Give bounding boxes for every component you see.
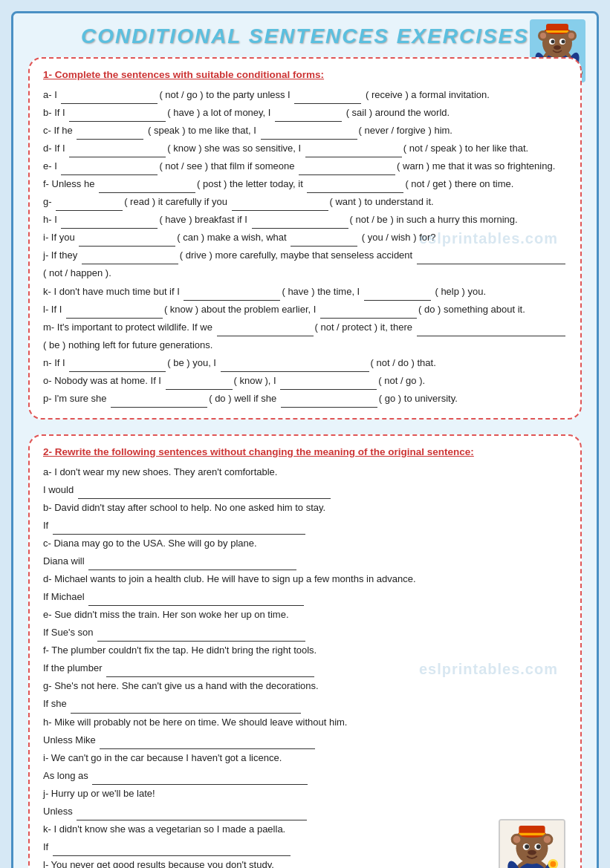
section2-title-text: Rewrite the following sentences without … [52, 446, 474, 457]
exercise-line-i: i- If you ( can ) make a wish, what ( yo… [43, 229, 567, 247]
section1-num: 1- [43, 69, 52, 80]
blank-k2[interactable] [364, 290, 431, 301]
s2-blank-k[interactable] [53, 846, 291, 856]
blank-i2[interactable] [291, 236, 357, 247]
section1-title-text: Complete the sentences with suitable con… [52, 69, 324, 80]
blank-p2[interactable] [281, 397, 377, 408]
s2-original-l: l- You never get good results because yo… [43, 856, 567, 868]
blank-c1[interactable] [77, 129, 143, 140]
exercise-line-g: g- ( read ) it carefully if you ( want )… [43, 193, 567, 211]
s2-rewrite-g: If she [43, 695, 567, 713]
s2-rewrite-b: If [43, 517, 567, 535]
blank-p1[interactable] [111, 397, 207, 408]
s2-rewrite-a: I would [43, 481, 567, 499]
section1-title: 1- Complete the sentences with suitable … [43, 69, 567, 80]
s2-blank-c[interactable] [88, 560, 296, 570]
svg-point-30 [544, 836, 551, 843]
s2-rewrite-e: If Sue's son [43, 624, 567, 642]
exercise-line-l: l- If I ( know ) about the problem earli… [43, 301, 567, 319]
blank-l2[interactable] [320, 308, 417, 319]
exercise-line-j: j- If they ( drive ) more carefully, may… [43, 247, 567, 282]
blank-i1[interactable] [79, 236, 175, 247]
svg-point-13 [551, 40, 555, 44]
blank-o1[interactable] [166, 379, 233, 390]
svg-point-34 [536, 844, 541, 849]
exercise-line-f: f- Unless he ( post ) the letter today, … [43, 175, 567, 193]
blank-g2[interactable] [232, 200, 328, 211]
blank-n2[interactable] [221, 362, 369, 372]
blank-b1[interactable] [69, 111, 166, 122]
exercise-line-b: b- If I ( have ) a lot of money, I ( sai… [43, 104, 567, 122]
main-title: CONDITIONAL SENTENCES EXERCISES [81, 25, 529, 48]
s2-original-d: d- Michael wants to join a health club. … [43, 570, 567, 588]
blank-a2[interactable] [294, 94, 361, 104]
section1-lines: a- I ( not / go ) to the party unless I … [43, 86, 567, 408]
svg-point-39 [550, 861, 556, 867]
blank-a1[interactable] [61, 94, 158, 104]
page: CONDITIONAL SENTENCES EXERCISES 1- Compl… [11, 11, 599, 868]
svg-point-10 [568, 33, 574, 39]
svg-point-14 [562, 40, 565, 44]
s2-rewrite-f: If the plumber [43, 659, 567, 677]
exercise-line-h: h- I ( have ) breakfast if I ( not / be … [43, 211, 567, 229]
s2-original-f: f- The plumber couldn't fix the tap. He … [43, 642, 567, 659]
s2-original-h: h- Mike will probably not be here on tim… [43, 714, 567, 731]
section2-title: 2- Rewrite the following sentences witho… [43, 446, 567, 457]
exercise-line-c: c- If he ( speak ) to me like that, I ( … [43, 122, 567, 140]
s2-rewrite-k: If [43, 838, 567, 856]
blank-h1[interactable] [61, 218, 158, 229]
s2-original-k: k- I didn't know she was a vegetarian so… [43, 820, 567, 838]
s2-blank-e[interactable] [97, 631, 305, 642]
section2-num: 2- [43, 446, 52, 457]
exercise-line-o: o- Nobody was at home. If I ( know ), I … [43, 372, 567, 390]
s2-blank-j[interactable] [77, 810, 307, 820]
blank-f1[interactable] [99, 183, 195, 193]
section2-items: a- I don't wear my new shoes. They aren'… [43, 463, 567, 868]
blank-n1[interactable] [69, 362, 166, 372]
svg-rect-26 [519, 833, 545, 835]
section2: 2- Rewrite the following sentences witho… [28, 434, 582, 868]
s2-blank-g[interactable] [71, 703, 301, 714]
blank-j2[interactable] [417, 254, 565, 264]
s2-blank-b[interactable] [53, 524, 305, 535]
blank-e1[interactable] [61, 165, 158, 175]
s2-original-e: e- Sue didn't miss the train. Her son wo… [43, 606, 567, 624]
bear-bottom-image: Paddington [499, 819, 565, 868]
exercise-line-n: n- If I ( be ) you, I ( not / do ) that. [43, 354, 567, 372]
svg-point-15 [554, 45, 561, 50]
blank-f2[interactable] [307, 183, 403, 193]
blank-d2[interactable] [305, 147, 402, 157]
svg-point-9 [540, 33, 546, 39]
exercise-line-d: d- If I ( know ) she was so sensitive, I… [43, 140, 567, 157]
s2-blank-f[interactable] [106, 667, 314, 677]
blank-l1[interactable] [66, 308, 163, 319]
s2-original-c: c- Diana may go to the USA. She will go … [43, 535, 567, 552]
s2-original-j: j- Hurry up or we'll be late! [43, 785, 567, 803]
blank-c2[interactable] [261, 129, 357, 140]
s2-original-g: g- She's not here. She can't give us a h… [43, 677, 567, 695]
s2-rewrite-h: Unless Mike [43, 731, 567, 749]
svg-point-29 [513, 836, 521, 843]
blank-e2[interactable] [299, 165, 395, 175]
blank-o2[interactable] [280, 379, 377, 390]
s2-original-a: a- I don't wear my new shoes. They aren'… [43, 463, 567, 481]
blank-m2[interactable] [417, 326, 565, 336]
exercise-line-e: e- I ( not / see ) that film if someone … [43, 157, 567, 175]
s2-rewrite-j: Unless [43, 803, 567, 820]
blank-k1[interactable] [184, 290, 280, 301]
exercise-line-a: a- I ( not / go ) to the party unless I … [43, 86, 567, 104]
blank-j1[interactable] [82, 254, 178, 264]
s2-blank-h[interactable] [100, 739, 315, 749]
s2-blank-a[interactable] [78, 489, 331, 499]
blank-d1[interactable] [69, 147, 166, 157]
s2-original-b: b- David didn't stay after school to hel… [43, 499, 567, 517]
s2-rewrite-c: Diana will [43, 552, 567, 570]
exercise-line-m: m- It's important to protect wildlife. I… [43, 319, 567, 354]
blank-b2[interactable] [275, 111, 342, 122]
s2-blank-i[interactable] [92, 774, 308, 785]
blank-h2[interactable] [252, 218, 348, 229]
blank-m1[interactable] [217, 326, 314, 336]
exercise-line-p: p- I'm sure she ( do ) well if she ( go … [43, 390, 567, 408]
s2-blank-d[interactable] [88, 595, 304, 606]
blank-g1[interactable] [56, 200, 123, 211]
